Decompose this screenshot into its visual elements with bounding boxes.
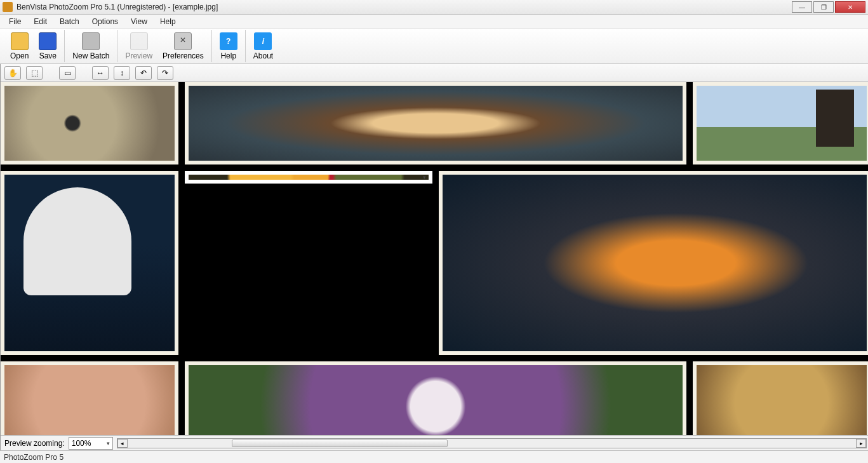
tile-shell[interactable]: [185, 82, 686, 164]
newbatch-label: New Batch: [72, 51, 109, 60]
statusbar: PhotoZoom Pro 5: [0, 450, 868, 463]
new-batch-button[interactable]: New Batch: [67, 31, 114, 62]
titlebar: BenVista PhotoZoom Pro 5.1 (Unregistered…: [0, 0, 868, 15]
preview-footer: Preview zooming: 100% ◂ ▸: [1, 435, 868, 450]
zoom-value: 100%: [72, 439, 91, 448]
floppy-icon: [39, 32, 57, 50]
preview-hscroll[interactable]: ◂ ▸: [117, 438, 867, 448]
window-title: BenVista PhotoZoom Pro 5.1 (Unregistered…: [17, 3, 218, 11]
pan-tool[interactable]: ✋: [4, 66, 21, 80]
marquee-tool[interactable]: ⬚: [26, 66, 43, 80]
preview-button[interactable]: Preview: [120, 31, 157, 62]
tile-observatory[interactable]: [1, 171, 178, 355]
flip-horizontal[interactable]: ↔: [92, 66, 109, 80]
zoom-select[interactable]: 100%: [69, 437, 113, 450]
menu-help[interactable]: Help: [154, 16, 182, 27]
toolbar: Open Save New Batch Preview Preferences …: [0, 29, 868, 64]
preview-canvas[interactable]: [1, 82, 868, 435]
tile-fish[interactable]: [439, 171, 868, 355]
scroll-right-icon[interactable]: ▸: [856, 439, 866, 448]
menu-batch[interactable]: Batch: [53, 16, 86, 27]
save-label: Save: [39, 51, 57, 60]
batch-icon: [82, 32, 100, 50]
menu-view[interactable]: View: [124, 16, 154, 27]
preferences-button[interactable]: Preferences: [157, 31, 209, 62]
preview-icon: [130, 32, 148, 50]
preview-pane: ✋ ⬚ ▭ ↔ ↕ ↶ ↷ Preview zooming: 100% ◂: [1, 64, 868, 450]
menu-options[interactable]: Options: [86, 16, 124, 27]
maximize-button[interactable]: ❐: [813, 1, 834, 13]
tile-cat[interactable]: [1, 82, 178, 164]
tile-face[interactable]: [1, 361, 178, 435]
menubar: File Edit Batch Options View Help: [0, 15, 868, 29]
help-label: Help: [220, 51, 236, 60]
preview-label: Preview: [125, 51, 152, 60]
prefs-icon: [174, 32, 192, 50]
folder-open-icon: [11, 32, 29, 50]
open-button[interactable]: Open: [5, 31, 34, 62]
help-button[interactable]: ? Help: [215, 31, 243, 62]
preview-toolbar: ✋ ⬚ ▭ ↔ ↕ ↶ ↷: [1, 64, 868, 82]
tile-windmill[interactable]: [693, 82, 868, 164]
about-icon: i: [254, 32, 272, 50]
about-label: About: [253, 51, 273, 60]
minimize-button[interactable]: —: [792, 1, 812, 13]
status-text: PhotoZoom Pro 5: [4, 453, 63, 462]
open-label: Open: [10, 51, 29, 60]
scroll-thumb[interactable]: [232, 440, 448, 447]
crop-tool[interactable]: ▭: [59, 66, 76, 80]
rotate-right[interactable]: ↷: [157, 66, 173, 80]
rotate-left[interactable]: ↶: [135, 66, 152, 80]
tile-food[interactable]: [693, 361, 868, 435]
close-button[interactable]: ✕: [835, 1, 865, 13]
menu-edit[interactable]: Edit: [27, 16, 53, 27]
about-button[interactable]: i About: [248, 31, 278, 62]
tile-fruit-selected[interactable]: [185, 171, 432, 184]
zoom-label: Preview zooming:: [4, 439, 65, 448]
save-button[interactable]: Save: [34, 31, 62, 62]
help-icon: ?: [220, 32, 237, 50]
app-icon: [3, 2, 13, 12]
scroll-left-icon[interactable]: ◂: [117, 439, 128, 448]
tile-flower[interactable]: [185, 361, 686, 435]
prefs-label: Preferences: [163, 51, 204, 60]
flip-vertical[interactable]: ↕: [114, 66, 130, 80]
menu-file[interactable]: File: [3, 16, 27, 27]
